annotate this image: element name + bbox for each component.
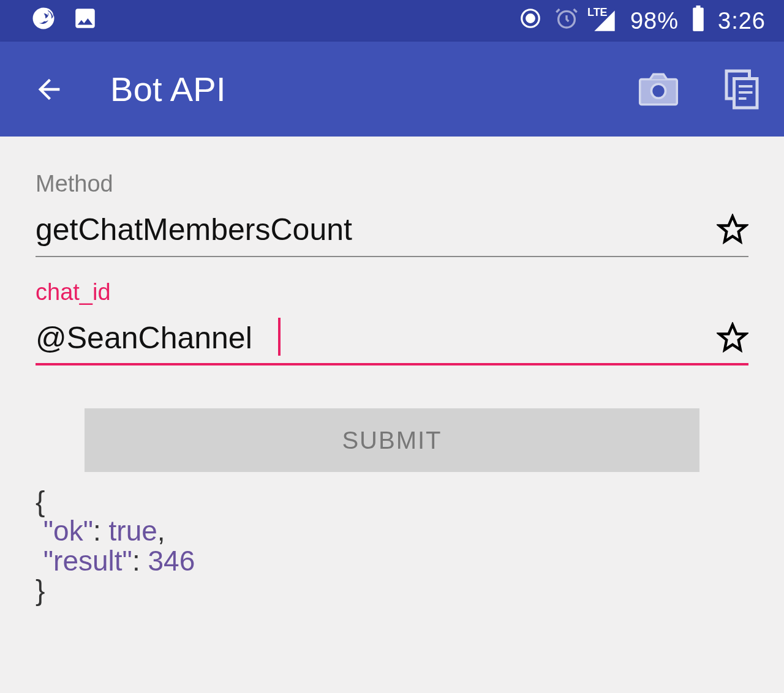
copy-button[interactable] xyxy=(722,69,762,110)
camera-button[interactable] xyxy=(638,69,679,110)
chatid-input[interactable] xyxy=(36,318,704,358)
app-bar: Bot API xyxy=(0,42,784,137)
json-val-ok: true xyxy=(109,515,157,547)
do-not-disturb-icon xyxy=(519,7,542,36)
method-field: Method xyxy=(36,171,748,257)
json-brace-close: } xyxy=(36,574,45,606)
clock-text: 3:26 xyxy=(718,8,766,34)
submit-button[interactable]: SUBMIT xyxy=(85,408,699,472)
copy-icon xyxy=(723,69,760,110)
star-outline-icon xyxy=(717,214,748,245)
content-area: Method chat_id SUBMIT { "ok": true, "res… xyxy=(0,137,784,605)
back-button[interactable] xyxy=(31,71,67,108)
star-outline-icon xyxy=(717,322,748,354)
favorite-chatid-button[interactable] xyxy=(717,322,748,354)
battery-percent: 98% xyxy=(630,8,679,34)
chatid-field: chat_id xyxy=(36,279,748,365)
battery-icon xyxy=(691,6,706,37)
alarm-icon xyxy=(554,6,579,36)
camera-icon xyxy=(638,72,679,107)
arrow-left-icon xyxy=(33,73,65,105)
favorite-method-button[interactable] xyxy=(717,214,748,245)
json-val-result: 346 xyxy=(148,545,195,577)
result-output: { "ok": true, "result": 346 } xyxy=(36,487,748,605)
json-brace-open: { xyxy=(36,485,45,517)
svg-point-4 xyxy=(651,84,665,98)
method-label: Method xyxy=(36,171,748,197)
json-key-ok: "ok" xyxy=(43,515,93,547)
status-bar: LTE 98% 3:26 xyxy=(0,0,784,42)
app-title: Bot API xyxy=(110,69,226,109)
chatid-label: chat_id xyxy=(36,279,748,305)
method-input[interactable] xyxy=(36,209,704,250)
image-icon xyxy=(72,6,98,37)
svg-point-1 xyxy=(527,14,535,22)
json-key-result: "result" xyxy=(43,545,132,577)
firefox-icon xyxy=(31,6,56,37)
signal-icon: LTE xyxy=(591,9,618,33)
text-caret xyxy=(278,318,281,356)
